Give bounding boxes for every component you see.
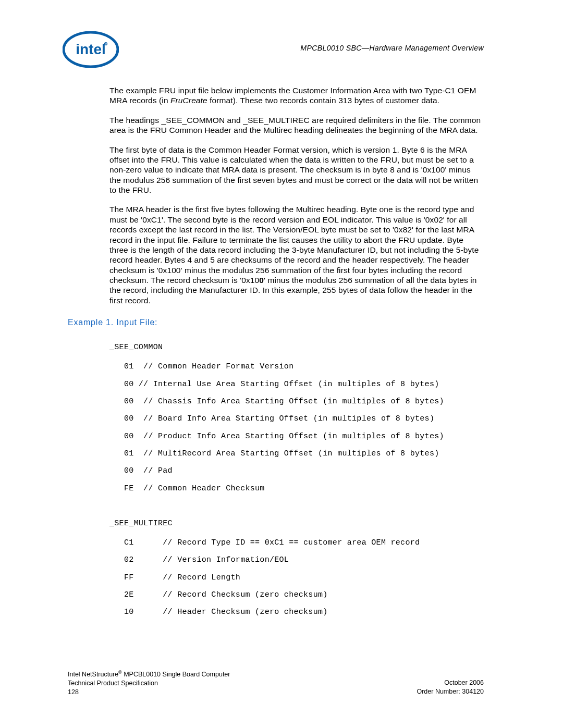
footer-right: October 2006 Order Number: 304120 [417,670,484,696]
code-line: 01 // MultiRecord Area Starting Offset (… [109,449,439,458]
example-heading: Example 1. Input File: [68,318,484,327]
paragraph-4: The MRA header is the first five bytes f… [109,204,484,305]
paragraph-2: The headings _SEE_COMMON and _SEE_MULTIR… [109,115,484,135]
code-line: FF // Record Length [109,573,240,582]
code-section-label: _SEE_COMMON [109,339,484,356]
code-line: 00 // Product Info Area Starting Offset … [109,432,444,441]
code-line: 01 // Common Header Format Version [109,362,293,371]
footer-left: Intel NetStructure® MPCBL0010 Single Boa… [68,670,230,697]
code-line: 00 // Internal Use Area Starting Offset … [109,380,439,389]
code-line: 00 // Board Info Area Starting Offset (i… [109,414,434,423]
code-line: 02 // Version Information/EOL [109,556,289,564]
code-line: 00 // Chassis Info Area Starting Offset … [109,397,444,406]
paragraph-3: The first byte of data is the Common Hea… [109,145,484,195]
code-line: C1 // Record Type ID == 0xC1 == customer… [109,538,420,547]
svg-text:intel: intel [76,41,106,57]
code-section-label: _SEE_MULTIREC [109,515,484,532]
paragraph-1: The example FRU input file below impleme… [109,85,484,106]
page-footer: Intel NetStructure® MPCBL0010 Single Boa… [68,670,484,697]
page-header: MPCBL0010 SBC—Hardware Management Overvi… [68,44,484,52]
code-line: FE // Common Header Checksum [109,484,265,493]
code-example: _SEE_COMMON 01 // Common Header Format V… [109,339,484,621]
body-content: The example FRU input file below impleme… [109,85,484,305]
code-line: 00 // Pad [109,466,173,475]
code-line: 2E // Record Checksum (zero checksum) [109,590,328,599]
intel-logo: intel R [63,31,119,68]
code-line: 10 // Header Checksum (zero checksum) [109,608,328,616]
document-page: intel R MPCBL0010 SBC—Hardware Managemen… [0,0,563,728]
